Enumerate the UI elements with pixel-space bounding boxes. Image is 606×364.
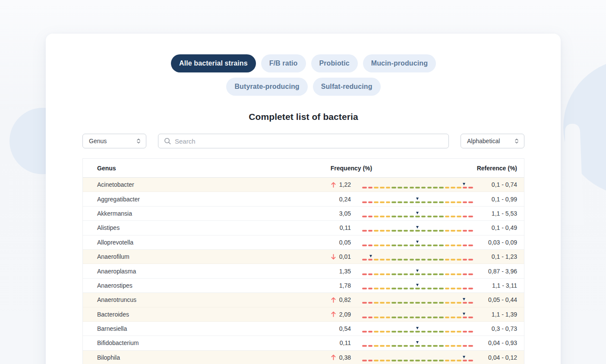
reference-scale-bar <box>362 313 473 318</box>
chevron-up-down-icon <box>514 138 519 144</box>
genus-name: Alloprevotella <box>83 239 325 246</box>
bacteria-table: Genus Frequency (%) Reference (%) Acinet… <box>82 158 524 364</box>
reference-range: 0,1 - 1,23 <box>476 253 524 260</box>
reference-scale-bar <box>362 198 473 203</box>
table-row[interactable]: Anaerotruncus 0,82 0,05 - 0,44 <box>83 293 524 307</box>
reference-range: 0,1 - 0,99 <box>476 196 524 203</box>
header-reference: Reference (%) <box>477 165 517 172</box>
frequency-value: 1,78 <box>325 282 351 289</box>
header-frequency: Frequency (%) <box>331 165 372 172</box>
reference-scale-bar <box>362 284 473 289</box>
scale-dashes <box>362 345 473 347</box>
scale-dashes <box>362 230 473 232</box>
reference-scale-bar <box>362 183 473 188</box>
value-marker <box>416 226 419 229</box>
header-genus: Genus <box>97 165 116 172</box>
value-marker <box>416 241 419 243</box>
frequency-value: 0,82 <box>325 296 351 303</box>
filter-pill[interactable]: Mucin-producing <box>363 54 436 72</box>
genus-name: Bifidobacterium <box>83 339 325 346</box>
frequency-value: 3,05 <box>325 210 351 217</box>
scale-dashes <box>362 331 473 333</box>
frequency-value: 1,22 <box>325 181 351 188</box>
arrow-icon <box>331 311 336 317</box>
frequency-value: 0,11 <box>325 339 351 346</box>
scale-dashes <box>362 302 473 304</box>
frequency-value: 0,54 <box>325 325 351 332</box>
value-marker <box>463 183 465 185</box>
group-select-value: Genus <box>89 138 136 144</box>
table-header: Genus Frequency (%) Reference (%) <box>83 159 524 178</box>
genus-name: Anaeroplasma <box>83 268 325 275</box>
frequency-value: 0,38 <box>325 354 351 361</box>
table-row[interactable]: Barnesiella 0,54 0,3 - 0,73 <box>83 322 524 336</box>
table-row[interactable]: Anaerostipes 1,78 1,1 - 3,11 <box>83 279 524 293</box>
genus-name: Anaerostipes <box>83 282 325 289</box>
value-marker <box>416 341 419 344</box>
value-marker <box>416 198 419 200</box>
group-select[interactable]: Genus <box>82 134 146 148</box>
table-row[interactable]: Acinetobacter 1,22 0,1 - 0,74 <box>83 178 524 192</box>
reference-range: 1,1 - 5,53 <box>476 210 524 217</box>
reference-scale-bar <box>362 327 473 333</box>
reference-range: 1,1 - 1,39 <box>476 311 524 318</box>
table-row[interactable]: Bacteroides 2,09 1,1 - 1,39 <box>83 308 524 322</box>
reference-scale-bar <box>362 241 473 246</box>
reference-scale-bar <box>362 341 473 347</box>
reference-range: 1,1 - 3,11 <box>476 282 524 289</box>
reference-scale-bar <box>362 212 473 217</box>
scale-dashes <box>362 216 473 217</box>
reference-range: 0,05 - 0,44 <box>476 296 524 303</box>
table-row[interactable]: Bifidobacterium 0,11 0,04 - 0,93 <box>83 336 524 350</box>
filter-pill[interactable]: Probiotic <box>311 54 358 72</box>
genus-name: Anaerotruncus <box>83 296 325 303</box>
search-input[interactable] <box>175 138 443 145</box>
scale-dashes <box>362 245 473 246</box>
arrow-icon <box>331 355 336 360</box>
scale-dashes <box>362 187 473 188</box>
value-marker <box>416 270 419 272</box>
reference-range: 0,04 - 0,93 <box>476 339 524 346</box>
filter-pill[interactable]: Alle bacterial strains <box>171 54 256 72</box>
genus-name: Acinetobacter <box>83 181 325 188</box>
reference-range: 0,3 - 0,73 <box>476 325 524 332</box>
scale-dashes <box>362 259 473 260</box>
scale-dashes <box>362 360 473 361</box>
frequency-value: 0,24 <box>325 196 351 203</box>
chevron-up-down-icon <box>136 138 141 144</box>
reference-scale-bar <box>362 255 473 260</box>
value-marker <box>416 212 419 214</box>
reference-scale-bar <box>362 270 473 275</box>
search-box <box>158 134 449 148</box>
frequency-value: 1,35 <box>325 268 351 275</box>
value-marker <box>369 255 372 257</box>
sort-select[interactable]: Alphabetical <box>461 134 524 148</box>
filter-pill[interactable]: Sulfat-reducing <box>313 78 381 96</box>
reference-range: 0,04 - 0,12 <box>476 354 524 361</box>
reference-range: 0,1 - 0,49 <box>476 224 524 231</box>
reference-range: 0,1 - 0,74 <box>476 181 524 188</box>
filter-pill[interactable]: Butyrate-producing <box>226 78 307 96</box>
frequency-value: 0,01 <box>325 253 351 260</box>
table-row[interactable]: Anaeroplasma 1,35 0,87 - 3,96 <box>83 264 524 278</box>
frequency-value: 0,05 <box>325 239 351 246</box>
table-row[interactable]: Anaerofilum 0,01 0,1 - 1,23 <box>83 250 524 264</box>
search-icon <box>164 138 171 144</box>
filter-pill[interactable]: F/B ratio <box>261 54 306 72</box>
table-row[interactable]: Akkermansia 3,05 1,1 - 5,53 <box>83 207 524 221</box>
genus-name: Alistipes <box>83 224 325 231</box>
value-marker <box>463 356 465 358</box>
table-row[interactable]: Alloprevotella 0,05 0,03 - 0,09 <box>83 235 524 250</box>
scale-dashes <box>362 288 473 289</box>
arrow-icon <box>331 182 336 188</box>
reference-range: 0,03 - 0,09 <box>476 239 524 246</box>
value-marker <box>463 298 465 301</box>
value-marker <box>416 327 419 329</box>
genus-name: Anaerofilum <box>83 253 325 260</box>
reference-range: 0,87 - 3,96 <box>476 268 524 275</box>
reference-scale-bar <box>362 226 473 232</box>
table-row[interactable]: Bilophila 0,38 0,04 - 0,12 <box>83 351 524 364</box>
table-row[interactable]: Alistipes 0,11 0,1 - 0,49 <box>83 221 524 235</box>
table-row[interactable]: Aggregatibacter 0,24 0,1 - 0,99 <box>83 192 524 206</box>
genus-name: Bacteroides <box>83 311 325 318</box>
